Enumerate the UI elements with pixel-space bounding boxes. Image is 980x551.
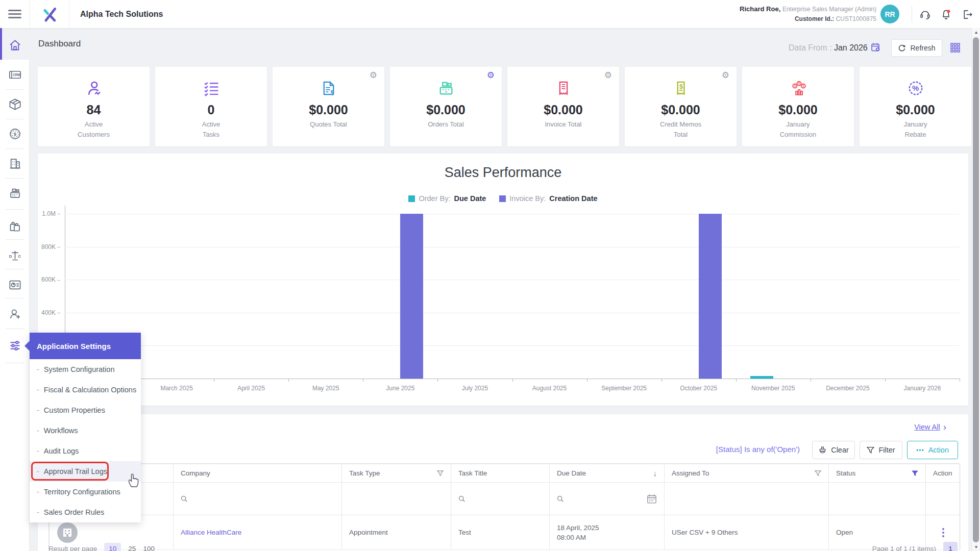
sidebar-item-purchases[interactable] (0, 211, 30, 241)
commission-coins-icon: $ $ $ (789, 78, 807, 98)
task-title-cell: Test (451, 515, 550, 550)
filter-button[interactable]: Filter (860, 441, 902, 459)
menu-item-custom-properties[interactable]: - Custom Properties (30, 400, 141, 420)
legend-label: Order By: (419, 194, 450, 203)
headset-icon[interactable] (919, 9, 931, 20)
per-page-option-25[interactable]: 25 (128, 545, 136, 551)
column-filter-icon[interactable] (437, 470, 444, 477)
scrollbar-thumb[interactable] (973, 37, 979, 542)
card-settings-gear-icon[interactable]: ⚙ (722, 71, 729, 80)
sidebar-item-home[interactable] (0, 30, 30, 60)
scroll-up-arrow[interactable]: ▲ (972, 28, 980, 36)
calendar-settings-icon[interactable] (871, 42, 881, 53)
sidebar-item-products[interactable] (0, 89, 30, 119)
col-header-company[interactable]: Company (174, 464, 342, 483)
sidebar-item-crm[interactable]: CRM (0, 60, 30, 89)
menu-item-approval-trail-logs[interactable]: - Approval Trail Logs (30, 461, 141, 482)
legend-item-order-by[interactable]: Order By: Due Date (408, 194, 486, 203)
kpi-label: Active Customers (78, 119, 110, 139)
x-tick (587, 379, 587, 382)
per-page-option-10[interactable]: 10 (104, 543, 121, 551)
svg-text:C: C (18, 254, 21, 259)
sidebar-item-add-user[interactable] (0, 299, 30, 329)
col-header-action: Action (926, 464, 961, 483)
card-settings-gear-icon[interactable]: ⚙ (487, 71, 495, 80)
company-link[interactable]: Alliance HealthCare (181, 529, 241, 536)
settings-sliders-icon (8, 339, 22, 353)
col-header-status[interactable]: Status (829, 464, 926, 483)
search-cell-status[interactable] (829, 483, 926, 515)
kpi-card-invoice-total: ⚙ $0.000 Invoice Total (507, 67, 619, 146)
sort-desc-icon[interactable]: ↓ (653, 469, 657, 478)
brand-logo[interactable] (30, 0, 69, 28)
kpi-label: Active Tasks (202, 119, 220, 139)
search-icon (458, 495, 465, 503)
sidebar-item-reports[interactable] (0, 270, 30, 299)
scroll-down-arrow[interactable]: ▼ (972, 543, 980, 551)
sidebar-item-sales[interactable] (0, 178, 30, 208)
action-label: Action (928, 446, 949, 454)
debit-credit-scale-icon: D C (8, 248, 22, 262)
search-cell-assigned-to[interactable] (665, 483, 829, 515)
sidebar-item-ledger[interactable]: D C (0, 240, 30, 270)
x-tick (885, 379, 886, 382)
legend-item-invoice-by[interactable]: Invoice By: Creation Date (499, 194, 597, 203)
vertical-scrollbar[interactable]: ▲ ▼ (971, 28, 980, 551)
col-header-task-type[interactable]: Task Type (342, 464, 451, 483)
x-axis-label: May 2025 (290, 385, 361, 392)
report-icon (8, 278, 22, 292)
col-header-due-date[interactable]: Due Date ↓ (550, 464, 665, 483)
clear-button[interactable]: Clear (812, 441, 855, 459)
logout-icon[interactable] (962, 9, 973, 20)
menu-item-fiscal-calculation-options[interactable]: - Fiscal & Calculation Options (30, 380, 141, 400)
orders-register-icon (437, 78, 455, 98)
action-button[interactable]: ••• Action (907, 441, 958, 459)
kpi-card-credit-memos: ⚙ $ $0.000 Credit Memos Total (625, 67, 737, 146)
due-date-cell: 18 April, 2025 08:00 AM (550, 515, 665, 550)
search-cell-due-date[interactable] (550, 483, 665, 515)
sidebar-item-company[interactable] (0, 148, 30, 178)
search-cell-company[interactable] (174, 483, 342, 515)
bell-icon[interactable] (940, 9, 952, 20)
kpi-label: Credit Memos Total (660, 119, 701, 139)
refresh-button[interactable]: Refresh (891, 39, 942, 57)
ellipsis-icon: ••• (916, 447, 924, 454)
x-tick (288, 379, 289, 382)
card-settings-gear-icon[interactable]: ⚙ (370, 71, 377, 80)
x-axis-label: October 2025 (663, 385, 734, 392)
quote-document-icon: $ (320, 78, 337, 98)
calendar-icon[interactable] (647, 494, 657, 504)
per-page-option-100[interactable]: 100 (143, 545, 155, 551)
column-filter-active-icon[interactable] (912, 470, 918, 477)
clear-label: Clear (831, 446, 849, 454)
grid-icon[interactable] (950, 43, 960, 53)
col-header-assigned-to[interactable]: Assigned To (665, 464, 829, 483)
hamburger-icon[interactable] (8, 8, 21, 20)
svg-text:$: $ (794, 84, 796, 88)
menu-item-workflows[interactable]: - Workflows (30, 420, 141, 441)
chart-bar (400, 214, 423, 379)
kebab-menu-icon[interactable] (942, 528, 945, 538)
search-cell-task-type[interactable] (342, 483, 451, 515)
view-all-link[interactable]: View All › (914, 421, 946, 433)
search-cell-action (926, 483, 961, 515)
col-header-task-title[interactable]: Task Title (451, 464, 550, 483)
app-root: Alpha Tech Solutions Richard Roe, Enterp… (0, 0, 980, 551)
x-tick (662, 379, 662, 382)
card-settings-gear-icon[interactable]: ⚙ (604, 71, 612, 80)
menu-item-territory-configurations[interactable]: - Territory Configurations (30, 482, 141, 502)
column-filter-icon[interactable] (815, 470, 821, 477)
avatar[interactable]: RR (880, 5, 899, 23)
page-number-button[interactable]: 1 (943, 542, 958, 551)
search-cell-task-title[interactable] (451, 483, 550, 515)
sidebar-item-pricing[interactable]: $ (0, 119, 30, 148)
kpi-label: Invoice Total (545, 119, 581, 130)
filter-label: Filter (878, 446, 895, 454)
customer-activity-icon (85, 78, 103, 98)
menu-item-audit-logs[interactable]: - Audit Logs (30, 441, 141, 461)
kpi-card-active-customers: 84 Active Customers (38, 67, 150, 146)
menu-item-sales-order-rules[interactable]: - Sales Order Rules (30, 502, 141, 522)
home-icon (8, 38, 22, 52)
menu-item-system-configuration[interactable]: - System Configuration (30, 359, 141, 380)
user-info[interactable]: Richard Roe, Enterprise Sales Manager (A… (740, 4, 876, 24)
